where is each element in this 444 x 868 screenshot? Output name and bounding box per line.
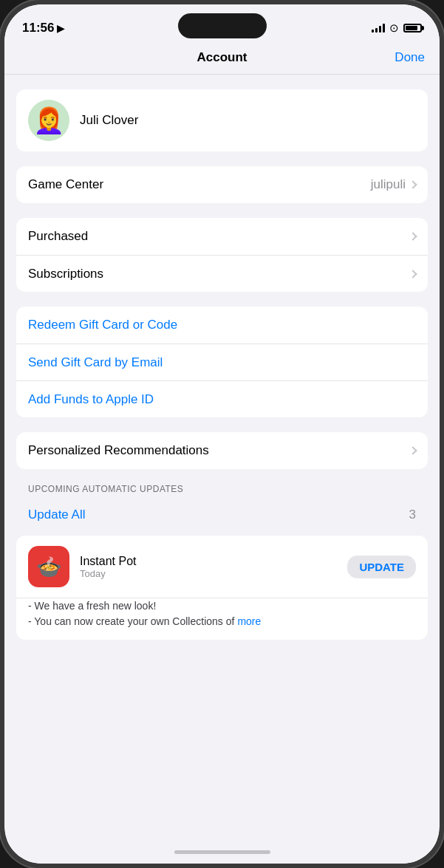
game-center-label: Game Center [28,177,103,192]
personalized-rec-label: Personalized Recommendations [28,443,209,458]
wifi-icon: ⊙ [389,21,399,35]
purchased-label: Purchased [28,229,88,244]
status-time: 11:56 ▶ [22,21,64,35]
bottom-bar [4,840,440,864]
add-funds-row[interactable]: Add Funds to Apple ID [16,380,428,417]
links-card: Redeem Gift Card or Code Send Gift Card … [16,307,428,417]
nav-title: Account [197,50,247,65]
app-update-card: 🍲 Instant Pot Today UPDATE - We have a f… [16,536,428,640]
personalized-rec-card: Personalized Recommendations [16,432,428,469]
content-area: 👩‍🦰 Juli Clover Game Center julipuli [4,75,440,840]
app-note-1: - We have a fresh new look! [28,598,416,614]
upcoming-updates-label: UPCOMING AUTOMATIC UPDATES [16,484,428,494]
app-notes: - We have a fresh new look! - You can no… [16,598,428,640]
home-indicator [174,850,270,854]
dynamic-island [178,13,267,38]
add-funds-label: Add Funds to Apple ID [28,392,154,407]
purchased-chevron [410,233,416,239]
menu-card: Purchased Subscriptions [16,218,428,292]
personalized-rec-row[interactable]: Personalized Recommendations [16,432,428,469]
signal-bars [372,24,385,33]
personalized-rec-chevron [410,448,416,454]
profile-row[interactable]: 👩‍🦰 Juli Clover [16,89,428,151]
app-icon-emoji: 🍲 [36,555,62,579]
battery-fill [406,26,417,30]
profile-name: Juli Clover [80,113,138,128]
status-right: ⊙ [372,21,422,35]
battery-icon [403,24,422,33]
signal-bar-2 [375,28,378,33]
update-count: 3 [409,508,416,522]
update-all-row[interactable]: Update All 3 [16,500,428,530]
send-gift-label: Send Gift Card by Email [28,355,163,370]
game-center-card: Game Center julipuli [16,166,428,203]
volume-up-button[interactable] [0,173,3,223]
subscriptions-row[interactable]: Subscriptions [16,255,428,292]
volume-mute-button[interactable] [0,137,3,164]
signal-bar-1 [372,30,374,33]
signal-bar-4 [383,24,385,33]
nav-bar: Account Done [4,43,440,75]
app-note-2: - You can now create your own Collection… [28,614,234,629]
location-icon: ▶ [57,23,64,34]
phone-screen: 11:56 ▶ ⊙ Account Done [4,4,440,864]
time-display: 11:56 [22,21,54,35]
avatar: 👩‍🦰 [28,100,69,141]
subscriptions-label: Subscriptions [28,267,103,281]
game-center-value: julipuli [371,177,416,192]
app-icon: 🍲 [28,546,69,587]
app-notes-more[interactable]: more [237,615,261,627]
app-info: Instant Pot Today [80,555,337,579]
redeem-row[interactable]: Redeem Gift Card or Code [16,307,428,344]
app-name: Instant Pot [80,555,337,568]
app-update-row: 🍲 Instant Pot Today UPDATE [16,536,428,598]
game-center-username: julipuli [371,177,406,192]
chevron-icon [409,446,417,454]
update-all-label: Update All [28,508,86,522]
volume-down-button[interactable] [0,232,3,282]
redeem-label: Redeem Gift Card or Code [28,318,177,332]
done-button[interactable]: Done [395,50,425,65]
game-center-row[interactable]: Game Center julipuli [16,166,428,203]
chevron-icon [409,232,417,240]
phone-frame: 11:56 ▶ ⊙ Account Done [0,0,444,868]
upcoming-updates-section: UPCOMING AUTOMATIC UPDATES Update All 3 … [16,484,428,640]
update-button[interactable]: UPDATE [347,556,416,578]
power-button[interactable] [441,182,444,256]
subscriptions-chevron [410,271,416,277]
chevron-icon [409,180,417,188]
signal-bar-3 [379,26,381,33]
send-gift-row[interactable]: Send Gift Card by Email [16,344,428,380]
avatar-emoji: 👩‍🦰 [33,106,64,135]
purchased-row[interactable]: Purchased [16,218,428,255]
profile-card: 👩‍🦰 Juli Clover [16,89,428,151]
chevron-icon [409,270,417,278]
app-date: Today [80,568,337,579]
